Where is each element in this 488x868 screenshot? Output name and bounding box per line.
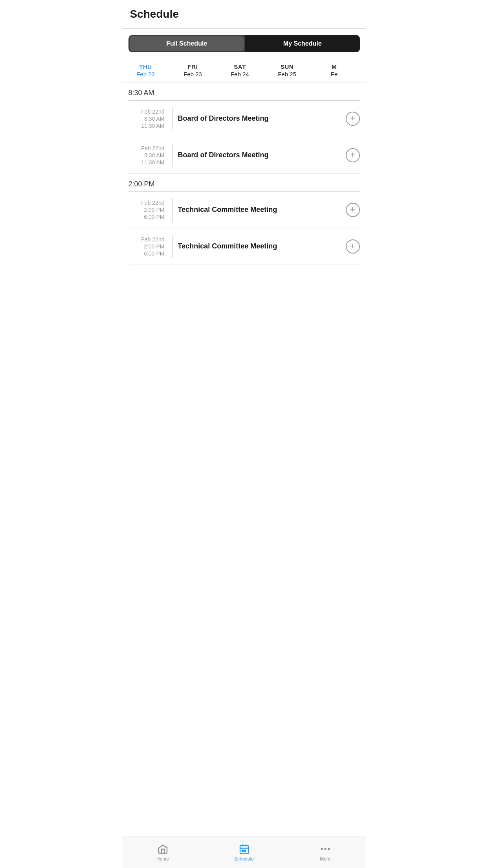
event-time-2: Feb 22nd 8:30 AM 11:30 AM xyxy=(128,145,168,166)
event-divider-3 xyxy=(172,198,173,222)
event-add-button-1[interactable] xyxy=(346,112,360,126)
event-time-4: Feb 22nd 2:00 PM 6:00 PM xyxy=(128,236,168,257)
time-header-200: 2:00 PM xyxy=(128,174,360,191)
event-time-3: Feb 22nd 2:00 PM 6:00 PM xyxy=(128,200,168,220)
header: Schedule xyxy=(122,0,366,24)
event-item-2: Feb 22nd 8:30 AM 11:30 AM Board of Direc… xyxy=(128,137,360,174)
event-start-2: 8:30 AM xyxy=(144,152,164,158)
event-end-4: 6:00 PM xyxy=(144,250,164,257)
day-mon[interactable]: M Fe xyxy=(311,62,358,79)
event-end-2: 11:30 AM xyxy=(141,159,164,166)
event-divider-2 xyxy=(172,143,173,167)
event-item: Feb 22nd 8:30 AM 11:30 AM Board of Direc… xyxy=(128,101,360,137)
my-schedule-button[interactable]: My Schedule xyxy=(245,35,360,52)
day-fri[interactable]: FRI Feb 23 xyxy=(169,62,216,79)
event-title-1: Board of Directors Meeting xyxy=(178,114,342,123)
event-start-3: 2:00 PM xyxy=(144,207,164,213)
full-schedule-button[interactable]: Full Schedule xyxy=(130,36,244,51)
day-thu-date: Feb 22 xyxy=(136,71,155,77)
event-add-button-4[interactable] xyxy=(346,239,360,254)
day-sun-name: SUN xyxy=(281,63,294,70)
time-header-830: 8:30 AM xyxy=(128,83,360,100)
day-selector: THU Feb 22 FRI Feb 23 SAT Feb 24 SUN Feb… xyxy=(122,59,366,83)
event-title-4: Technical Committee Meeting xyxy=(178,242,342,251)
day-sun-date: Feb 25 xyxy=(278,71,296,77)
day-sat[interactable]: SAT Feb 24 xyxy=(216,62,264,79)
day-mon-name: M xyxy=(332,63,337,70)
day-thu-name: THU xyxy=(139,63,152,70)
event-add-button-2[interactable] xyxy=(346,148,360,162)
day-sat-name: SAT xyxy=(234,63,246,70)
schedule-content: 8:30 AM Feb 22nd 8:30 AM 11:30 AM Board … xyxy=(122,83,366,300)
day-fri-date: Feb 23 xyxy=(183,71,202,77)
schedule-toggle: Full Schedule My Schedule xyxy=(128,35,360,52)
day-sun[interactable]: SUN Feb 25 xyxy=(264,62,311,79)
event-end-1: 11:30 AM xyxy=(141,123,164,129)
event-start-4: 2:00 PM xyxy=(144,243,164,250)
day-sat-date: Feb 24 xyxy=(231,71,249,77)
event-time-1: Feb 22nd 8:30 AM 11:30 AM xyxy=(128,108,168,129)
event-date-2: Feb 22nd xyxy=(141,145,164,151)
event-item-3: Feb 22nd 2:00 PM 6:00 PM Technical Commi… xyxy=(128,192,360,228)
event-divider-1 xyxy=(172,107,173,131)
header-divider xyxy=(122,28,366,29)
event-date-3: Feb 22nd xyxy=(141,200,164,206)
day-mon-date: Fe xyxy=(331,71,338,77)
day-thu[interactable]: THU Feb 22 xyxy=(122,62,169,79)
event-item-4: Feb 22nd 2:00 PM 6:00 PM Technical Commi… xyxy=(128,228,360,265)
page-title: Schedule xyxy=(130,8,358,20)
event-start-1: 8:30 AM xyxy=(144,116,164,122)
day-fri-name: FRI xyxy=(188,63,198,70)
event-date-4: Feb 22nd xyxy=(141,236,164,243)
event-add-button-3[interactable] xyxy=(346,203,360,217)
event-date-1: Feb 22nd xyxy=(141,108,164,115)
event-divider-4 xyxy=(172,235,173,258)
event-title-2: Board of Directors Meeting xyxy=(178,151,342,160)
event-title-3: Technical Committee Meeting xyxy=(178,205,342,214)
event-end-3: 6:00 PM xyxy=(144,214,164,220)
